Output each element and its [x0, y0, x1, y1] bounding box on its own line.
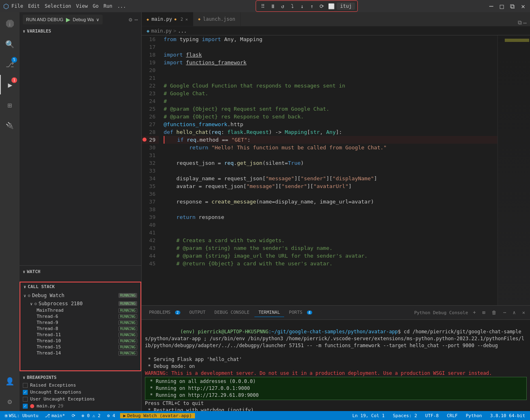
split-editor-button[interactable]: ⧉: [518, 19, 522, 26]
debug-btn-restart[interactable]: ⟳: [317, 2, 326, 11]
term-warn-line: WARNING: This is a development server. D…: [145, 370, 527, 377]
stack-group-debug-watch-header[interactable]: ∨ ⚙ Debug Watch RUNNING: [20, 292, 140, 299]
bp-uncaught-checkbox[interactable]: ✓: [23, 390, 28, 395]
subprocess-chevron-icon: ∨: [30, 302, 33, 306]
activity-run-debug[interactable]: ▶ 1: [0, 75, 20, 94]
maximize-terminal-button[interactable]: ∧: [511, 309, 517, 316]
menu-more[interactable]: ...: [117, 3, 126, 9]
thread-11[interactable]: Thread-11 RUNNING: [27, 332, 140, 338]
tab-launch-json[interactable]: ◆ launch.json: [193, 12, 241, 26]
restore-button[interactable]: ⧉: [508, 2, 516, 10]
tab-problems[interactable]: PROBLEMS 2: [145, 308, 184, 317]
debug-target[interactable]: ituj: [337, 2, 355, 10]
activity-source-control[interactable]: ⎇ 5: [0, 55, 20, 74]
debug-btn-continue[interactable]: ↑: [307, 2, 316, 11]
status-version[interactable]: 3.8.10 64-bit: [488, 413, 527, 418]
menu-selection[interactable]: Selection: [45, 3, 71, 9]
code-line-41: [164, 229, 497, 236]
tab-close-icon[interactable]: 2: [180, 17, 183, 22]
code-line-28: def hello_chat(req: flask.Request) -> Ma…: [164, 128, 497, 136]
variables-header[interactable]: ∨ VARIABLES: [20, 27, 141, 35]
activity-settings[interactable]: ⚙: [0, 392, 20, 411]
debug-btn-step-into[interactable]: ⤵: [288, 2, 297, 11]
status-errors[interactable]: ⊗ 0 ⚠ 2: [80, 413, 102, 418]
bp-main-line: 29: [58, 403, 63, 409]
split-terminal-button[interactable]: ⊞: [481, 309, 487, 316]
breadcrumb-filename[interactable]: main.py: [151, 28, 172, 34]
breadcrumb-context[interactable]: ...: [178, 28, 187, 34]
tab-main-py[interactable]: ◆ main.py ● 2 ✕: [142, 12, 193, 26]
thread-10[interactable]: Thread-10 RUNNING: [27, 338, 140, 344]
code-line-33: [164, 167, 497, 175]
ln-33: 33: [142, 167, 159, 175]
more-terminal-button[interactable]: ⋯: [502, 309, 508, 316]
activity-account[interactable]: 👤: [0, 371, 20, 391]
maximize-button[interactable]: □: [498, 2, 506, 10]
status-sync[interactable]: ⟳: [70, 413, 77, 418]
close-terminal-button[interactable]: ✕: [521, 309, 527, 316]
activity-remote[interactable]: 🔌: [0, 116, 20, 135]
menu-view[interactable]: View: [76, 3, 88, 9]
status-wsl[interactable]: ⊞ WSL: Ubuntu: [3, 413, 40, 418]
minimize-button[interactable]: ─: [488, 2, 495, 10]
ellipsis-icon[interactable]: ⋯: [135, 16, 138, 23]
bp-main-checkbox[interactable]: ✓: [23, 404, 28, 409]
thread-6[interactable]: Thread-6 RUNNING: [27, 313, 140, 319]
new-terminal-button[interactable]: +: [471, 309, 477, 316]
code-content[interactable]: from typing import Any, Mapping import f…: [162, 35, 497, 305]
debug-btn-stop[interactable]: ⬜: [327, 2, 336, 11]
activity-search[interactable]: 🔍: [0, 34, 20, 54]
thread-9[interactable]: Thread-9 RUNNING: [27, 319, 140, 326]
status-eol[interactable]: CRLF: [445, 413, 460, 418]
debug-btn-pause2[interactable]: ⏸: [268, 2, 277, 11]
thread-8[interactable]: Thread-8 RUNNING: [27, 326, 140, 332]
activity-explorer[interactable]: [0, 14, 20, 33]
stack-group-subprocess-header[interactable]: ∨ ⚙ Subprocess 2180 RUNNING: [27, 300, 140, 307]
tab-launch-json-label: launch.json: [203, 16, 235, 22]
thread-15[interactable]: Thread-15 RUNNING: [27, 344, 140, 350]
tab-ports[interactable]: PORTS 4: [285, 308, 316, 317]
bp-user-uncaught-checkbox[interactable]: [23, 397, 28, 402]
debug-btn-pause[interactable]: ⠿: [258, 2, 267, 11]
code-line-37: response = create_message(name=display_n…: [164, 198, 497, 206]
branch-label: main*: [51, 413, 65, 418]
status-branch[interactable]: ⎇ main*: [43, 413, 66, 418]
kill-terminal-button[interactable]: 🗑: [490, 309, 498, 316]
debug-btn-step-over[interactable]: ↺: [278, 2, 287, 11]
activity-extensions[interactable]: ⊞: [0, 95, 20, 115]
more-tabs-button[interactable]: ⋯: [523, 20, 527, 26]
menu-edit[interactable]: Edit: [28, 3, 40, 9]
close-button[interactable]: ✕: [519, 2, 527, 10]
menu-go[interactable]: Go: [93, 3, 99, 9]
bp-raised-checkbox[interactable]: [23, 383, 28, 388]
breakpoints-header[interactable]: ∨ BREAKPOINTS: [20, 373, 141, 382]
gear-icon[interactable]: ⚙: [129, 16, 132, 23]
menu-file[interactable]: File: [11, 3, 23, 9]
main-layout: 🔍 ⎇ 5 ▶ 1 ⊞ 🔌 👤 ⚙ RUN AND DEBUG ▶ Debug …: [0, 12, 530, 411]
terminal-content[interactable]: (env) pierrick@LAPTOP-HKU5PNNG:~/git/goo…: [142, 320, 530, 411]
code-line-34: display_name = request_json["message"]["…: [164, 175, 497, 182]
debug-btn-step-out[interactable]: ↓: [298, 2, 307, 11]
call-stack-label: CALL STACK: [28, 284, 55, 289]
menu-run[interactable]: Run: [103, 3, 112, 9]
status-debug[interactable]: ▶ Debug Watch (avatar-app): [120, 413, 195, 418]
tab-terminal[interactable]: TERMINAL: [254, 308, 284, 317]
thread-9-label: Thread-9: [37, 320, 118, 325]
watch-header[interactable]: ∨ WATCH: [20, 267, 141, 276]
status-language[interactable]: Python: [464, 413, 484, 418]
tab-close-button[interactable]: ✕: [185, 17, 188, 22]
run-debug-button[interactable]: RUN AND DEBUG ▶ Debug Wa ∨: [23, 15, 103, 24]
thread-main[interactable]: MainThread RUNNING: [27, 307, 140, 313]
thread-14[interactable]: Thread-14 RUNNING: [27, 350, 140, 356]
term-highlight-block: * Running on all addresses (0.0.0.0) * R…: [145, 377, 527, 400]
status-position[interactable]: Ln 19, Col 1: [350, 413, 386, 418]
status-spaces[interactable]: Spaces: 2: [391, 413, 419, 418]
tab-output[interactable]: OUTPUT: [185, 308, 210, 317]
status-encoding[interactable]: UTF-8: [424, 413, 440, 418]
ln-43: 43: [142, 244, 159, 252]
term-quit: Press CTRL+C to quit: [145, 400, 527, 407]
status-workers[interactable]: ⚙ 4: [105, 413, 117, 418]
breadcrumb-file[interactable]: ◆: [147, 28, 149, 34]
call-stack-header[interactable]: ∨ CALL STACK: [20, 282, 140, 291]
tab-debug-console[interactable]: DEBUG CONSOLE: [210, 308, 254, 317]
